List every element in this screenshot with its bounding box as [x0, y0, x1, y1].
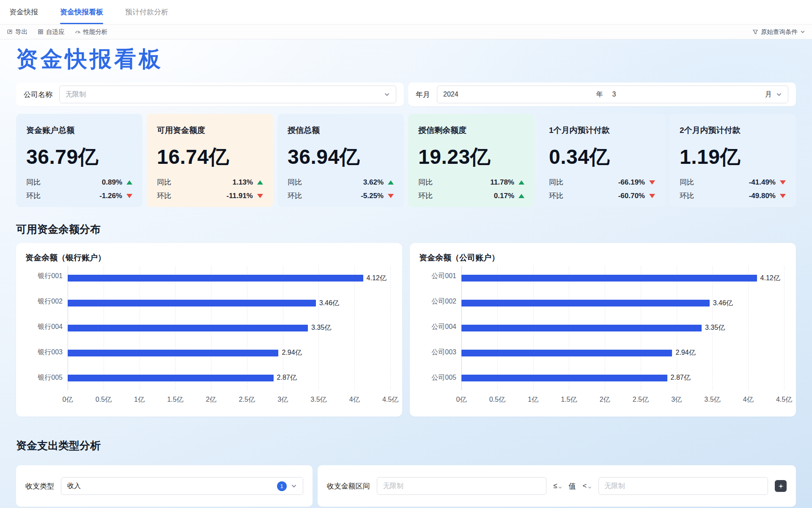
type-select-value: 收入 [67, 482, 81, 491]
kpi-metric-value: -60.70% [618, 192, 645, 200]
x-axis-tick: 1.5亿 [561, 395, 577, 404]
kpi-card: 2个月内预计付款1.19亿同比-41.49%环比-49.80% [669, 114, 796, 207]
income-expense-type-card: 收支类型 收入 1 [16, 465, 313, 507]
kpi-metric-row: 环比-1.26% [26, 191, 132, 201]
tab-label: 预计付款分析 [125, 7, 168, 17]
bar-row: 3.35亿 [68, 316, 390, 341]
tab-payment-analysis[interactable]: 预计付款分析 [125, 0, 168, 24]
x-axis-tick: 3.5亿 [310, 395, 326, 404]
kpi-metric-label: 同比 [549, 177, 563, 187]
period-filter-label: 年月 [416, 90, 430, 99]
company-filter-label: 公司名称 [24, 90, 52, 99]
bar-value-label: 3.46亿 [713, 299, 733, 308]
down-arrow-icon [780, 180, 786, 185]
bar-row: 2.94亿 [68, 340, 390, 365]
bar-value-label: 2.94亿 [282, 348, 302, 357]
chevron-down-icon [588, 486, 592, 489]
operator-symbol: ≤ [553, 482, 557, 490]
adaptive-button[interactable]: 自适应 [38, 28, 65, 36]
original-query-conditions-button[interactable]: 原始查询条件 [752, 28, 805, 36]
kpi-title: 授信剩余额度 [418, 125, 524, 136]
gridline [390, 266, 391, 390]
kpi-card: 授信剩余额度19.23亿同比11.78%环比0.17% [408, 114, 535, 207]
tab-fund-dashboard[interactable]: 资金快报看板 [60, 0, 103, 24]
bar-value-label: 3.35亿 [705, 323, 725, 332]
tab-fund-report[interactable]: 资金快报 [9, 0, 38, 24]
bar-value-label: 2.87亿 [671, 373, 691, 382]
bar [68, 375, 274, 381]
x-axis-tick: 2亿 [206, 395, 217, 404]
bar [461, 275, 757, 282]
year-value: 2024 [443, 91, 458, 98]
chevron-down-icon [558, 486, 562, 489]
company-select[interactable]: 无限制 [59, 86, 396, 103]
kpi-metric-value: -49.80% [749, 192, 776, 200]
chart-category-label: 公司003 [419, 340, 461, 365]
sparkle-icon [778, 483, 784, 489]
bar-value-label: 4.12亿 [367, 274, 387, 283]
chart-category-label: 公司004 [419, 314, 461, 340]
filter-row: 公司名称 无限制 年月 2024 年 3 月 [16, 83, 796, 106]
kpi-metric-value: -11.91% [227, 192, 253, 200]
tab-label: 资金快报 [9, 7, 38, 17]
max-operator-select[interactable]: < [583, 482, 592, 490]
chart-bars: 4.12亿3.46亿3.35亿2.94亿2.87亿 [68, 266, 390, 390]
down-arrow-icon [649, 180, 655, 185]
down-arrow-icon [388, 194, 394, 198]
bar-row: 3.46亿 [68, 291, 390, 316]
down-arrow-icon [257, 194, 263, 198]
toolbar: 导出 自适应 性能分析 原始查询条件 [0, 25, 812, 39]
x-axis-tick: 1亿 [528, 395, 538, 404]
chart-category-label: 银行005 [25, 365, 68, 390]
up-arrow-icon [126, 180, 132, 185]
performance-analysis-button[interactable]: 性能分析 [75, 28, 108, 36]
section-title-distribution: 可用资金余额分布 [16, 222, 796, 236]
x-axis-tick: 1.5亿 [167, 395, 183, 404]
income-expense-type-select[interactable]: 收入 1 [61, 477, 303, 495]
bar-value-label: 2.87亿 [277, 373, 297, 382]
kpi-metric-row: 环比0.17% [418, 191, 524, 201]
top-tab-bar: 资金快报 资金快报看板 预计付款分析 [0, 0, 812, 25]
bar-row: 3.35亿 [461, 316, 784, 341]
bar-row: 4.12亿 [461, 266, 784, 291]
kpi-title: 授信总额 [288, 125, 394, 136]
bar-value-label: 4.12亿 [760, 274, 780, 283]
bar-value-label: 3.46亿 [319, 299, 339, 308]
chevron-down-icon [384, 91, 390, 97]
value-label: 值 [569, 481, 576, 491]
x-axis-tick: 4.5亿 [776, 395, 792, 404]
min-operator-select[interactable]: ≤ [553, 482, 562, 490]
down-arrow-icon [649, 194, 655, 198]
export-button[interactable]: 导出 [7, 28, 27, 36]
x-axis-tick: 4亿 [349, 395, 360, 404]
kpi-value: 36.94亿 [288, 144, 394, 171]
bar-value-label: 2.94亿 [675, 348, 695, 357]
range-max-input[interactable] [598, 477, 768, 495]
kpi-metric-row: 环比-11.91% [157, 191, 263, 201]
up-arrow-icon [518, 194, 524, 198]
chart-x-axis: 0亿0.5亿1亿1.5亿2亿2.5亿3亿3.5亿4亿4.5亿 [68, 395, 390, 406]
bar [68, 325, 308, 331]
range-min-input[interactable] [377, 477, 547, 495]
chart-plot-area: 4.12亿3.46亿3.35亿2.94亿2.87亿 0亿0.5亿1亿1.5亿2亿… [461, 263, 784, 410]
range-filter-label: 收支金额区间 [327, 481, 370, 491]
x-axis-tick: 2.5亿 [239, 395, 255, 404]
chevron-down-icon [291, 483, 297, 489]
kpi-metric-value: 3.62% [363, 178, 384, 187]
x-axis-tick: 3.5亿 [704, 395, 720, 404]
x-axis-tick: 0亿 [456, 395, 467, 404]
kpi-metric-label: 同比 [26, 177, 41, 187]
kpi-cards: 资金账户总额36.79亿同比0.89%环比-1.26%可用资金额度16.74亿同… [16, 114, 796, 207]
chart-plot-area: 4.12亿3.46亿3.35亿2.94亿2.87亿 0亿0.5亿1亿1.5亿2亿… [68, 263, 390, 410]
smart-analysis-button[interactable] [775, 480, 787, 492]
chart-title: 资金余额（公司账户） [419, 252, 784, 263]
month-suffix: 月 [765, 90, 772, 99]
year-month-picker[interactable]: 2024 年 3 月 [437, 86, 788, 103]
bar [68, 275, 363, 282]
kpi-metric-row: 环比-5.25% [288, 191, 394, 201]
chart-category-label: 银行003 [25, 340, 68, 365]
kpi-metric-value: -66.19% [618, 178, 645, 187]
x-axis-tick: 4.5亿 [382, 395, 398, 404]
kpi-metric-value: 1.13% [233, 178, 253, 187]
x-axis-tick: 1亿 [134, 395, 145, 404]
